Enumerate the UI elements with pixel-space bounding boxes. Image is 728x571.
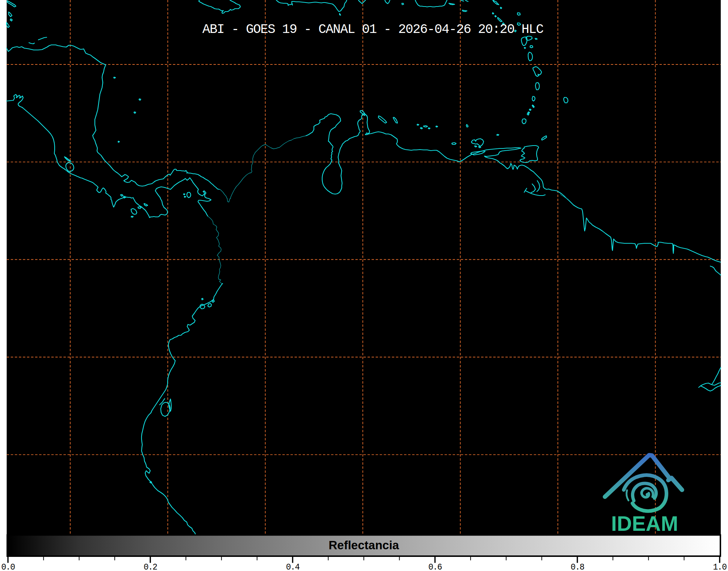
svg-text:0.8: 0.8 — [571, 563, 584, 571]
svg-text:IDEAM: IDEAM — [611, 512, 678, 535]
svg-text:ABI - GOES 19 - CANAL 01 - 202: ABI - GOES 19 - CANAL 01 - 2026-04-26 20… — [202, 22, 544, 37]
svg-text:0.4: 0.4 — [286, 563, 300, 571]
svg-text:Reflectancia: Reflectancia — [329, 538, 399, 552]
svg-text:0.6: 0.6 — [428, 563, 442, 571]
svg-text:0.0: 0.0 — [1, 563, 15, 571]
svg-text:0.2: 0.2 — [144, 563, 157, 571]
svg-text:1.0: 1.0 — [713, 563, 727, 571]
